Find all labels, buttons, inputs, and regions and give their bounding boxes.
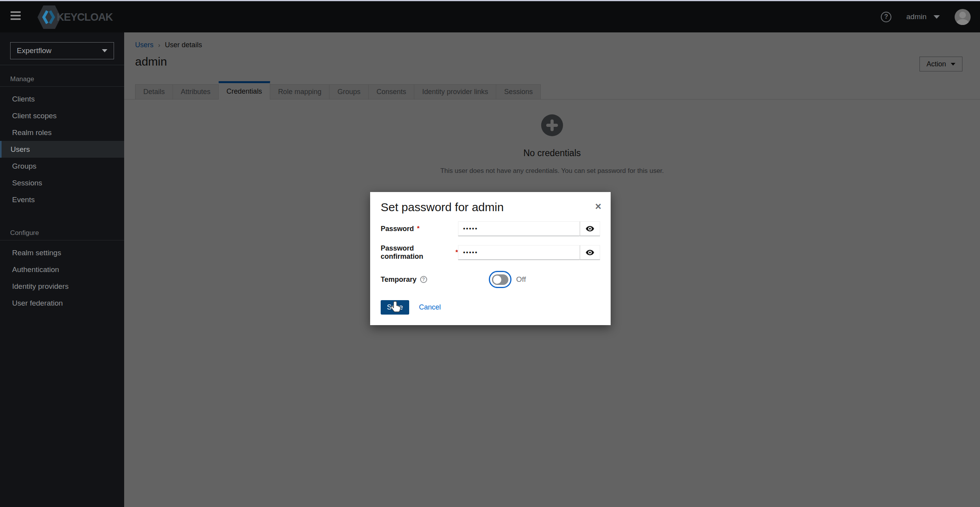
- show-password-button[interactable]: [580, 245, 600, 260]
- help-icon[interactable]: ?: [881, 12, 891, 22]
- sidebar-item-sessions[interactable]: Sessions: [0, 174, 124, 191]
- masthead: KEYCLOAK ? admin: [0, 1, 980, 32]
- temporary-label: Temporary ?: [381, 276, 458, 284]
- user-dropdown[interactable]: admin: [906, 12, 940, 21]
- password-label: Password *: [381, 221, 458, 236]
- password-confirmation-row: Password confirmation *: [381, 245, 600, 260]
- toggle-state-label: Off: [516, 275, 526, 284]
- realm-selector[interactable]: Expertflow: [10, 42, 114, 59]
- nav-section-title: Configure: [0, 225, 124, 240]
- password-confirmation-label: Password confirmation *: [381, 245, 458, 260]
- eye-icon: [585, 224, 595, 233]
- sidebar-item-events[interactable]: Events: [0, 191, 124, 208]
- show-password-button[interactable]: [580, 221, 600, 236]
- realm-name: Expertflow: [17, 46, 52, 55]
- window-top-strip: [0, 0, 980, 1]
- password-input[interactable]: [458, 221, 580, 236]
- required-asterisk: *: [455, 249, 458, 256]
- sidebar-item-users[interactable]: Users: [0, 141, 124, 158]
- username-label: admin: [906, 12, 927, 21]
- password-confirmation-input[interactable]: [458, 245, 580, 260]
- sidebar-item-identity-providers[interactable]: Identity providers: [0, 278, 124, 295]
- nav-section-configure: Configure Realm settings Authentication …: [0, 225, 124, 311]
- chevron-down-icon: [102, 49, 107, 52]
- temporary-toggle[interactable]: [489, 271, 511, 288]
- brand-text: KEYCLOAK: [57, 11, 113, 23]
- save-button[interactable]: Save: [381, 300, 409, 315]
- eye-icon: [585, 248, 595, 257]
- nav-section-manage: Manage Clients Client scopes Realm roles…: [0, 71, 124, 208]
- sidebar-item-realm-settings[interactable]: Realm settings: [0, 244, 124, 261]
- help-icon[interactable]: ?: [420, 276, 427, 283]
- sidebar-divider: [0, 65, 124, 65]
- sidebar: Expertflow Manage Clients Client scopes …: [0, 32, 124, 507]
- sidebar-item-clients[interactable]: Clients: [0, 91, 124, 107]
- sidebar-item-groups[interactable]: Groups: [0, 158, 124, 174]
- keycloak-admin-page: KEYCLOAK ? admin Expertflow Manage Clien…: [0, 0, 980, 507]
- sidebar-item-authentication[interactable]: Authentication: [0, 261, 124, 278]
- close-icon[interactable]: ×: [595, 201, 601, 212]
- set-password-modal: Set password for admin × Password *: [370, 192, 611, 325]
- nav-section-title: Manage: [0, 71, 124, 87]
- cancel-button[interactable]: Cancel: [419, 303, 441, 311]
- toggle-track: [492, 274, 508, 285]
- modal-title: Set password for admin: [381, 201, 504, 214]
- modal-actions: Save Cancel: [381, 300, 441, 315]
- sidebar-item-client-scopes[interactable]: Client scopes: [0, 107, 124, 124]
- password-row: Password *: [381, 221, 600, 236]
- sidebar-item-user-federation[interactable]: User federation: [0, 295, 124, 311]
- sidebar-item-realm-roles[interactable]: Realm roles: [0, 124, 124, 141]
- avatar[interactable]: [955, 9, 971, 25]
- toggle-knob: [493, 276, 501, 284]
- nav-toggle-icon[interactable]: [11, 11, 21, 21]
- required-asterisk: *: [417, 225, 420, 233]
- header-tools: ? admin: [881, 1, 971, 32]
- temporary-row: Temporary ? Off: [381, 271, 600, 288]
- chevron-down-icon: [934, 15, 940, 19]
- keycloak-logo: KEYCLOAK: [37, 4, 113, 30]
